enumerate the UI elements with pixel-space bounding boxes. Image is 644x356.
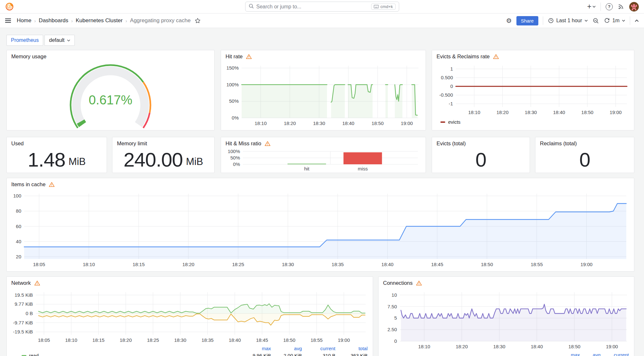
legend-headers: max avg current total <box>10 346 368 351</box>
panel-title[interactable]: Memory usage <box>11 53 46 60</box>
warning-icon[interactable] <box>264 141 271 146</box>
svg-text:18:30: 18:30 <box>493 344 505 349</box>
search-placeholder: Search or jump to... <box>256 4 369 10</box>
svg-text:18:10: 18:10 <box>468 110 480 115</box>
dashboard-settings-button[interactable]: ⚙ <box>506 17 512 24</box>
svg-text:18:50: 18:50 <box>581 110 593 115</box>
search-input[interactable]: Search or jump to... cmd+k <box>245 2 399 12</box>
favorite-button[interactable] <box>195 18 201 24</box>
items-in-cache-chart[interactable]: 18:0518:1018:1518:2018:2518:3018:3518:40… <box>10 190 631 269</box>
panel-evicts-reclaims-rate: Evicts & Reclaims rate 18:1018:2018:3018… <box>432 50 634 130</box>
user-avatar[interactable] <box>629 2 639 12</box>
svg-text:60: 60 <box>16 224 21 229</box>
svg-text:18:30: 18:30 <box>313 120 325 126</box>
kiosk-mode-button[interactable] <box>635 19 639 22</box>
panel-hit-rate: Hit rate 18:1018:2018:3018:4018:5019:000… <box>221 50 426 130</box>
share-button[interactable]: Share <box>516 16 538 25</box>
panel-title[interactable]: Hit rate <box>226 53 243 60</box>
svg-text:-1: -1 <box>449 101 453 106</box>
legend-header-current[interactable]: current <box>302 346 335 351</box>
svg-text:18:50: 18:50 <box>481 262 493 267</box>
panel-title[interactable]: Hit & Miss ratio <box>226 140 261 147</box>
warning-icon[interactable] <box>246 54 252 59</box>
warning-icon[interactable] <box>34 280 40 286</box>
svg-text:5: 5 <box>394 315 397 321</box>
svg-text:7.50: 7.50 <box>388 304 397 309</box>
svg-text:-0.500: -0.500 <box>439 92 453 98</box>
svg-text:0: 0 <box>394 338 397 344</box>
legend-label: evicts <box>448 119 460 125</box>
network-chart[interactable]: 18:0518:1018:1518:2018:2518:3018:3518:40… <box>10 289 370 344</box>
panel-used: Used 1.48 MiB <box>6 137 107 173</box>
news-button[interactable] <box>618 3 624 10</box>
svg-text:18:30: 18:30 <box>174 337 187 343</box>
breadcrumb-separator: › <box>126 18 127 24</box>
warning-icon[interactable] <box>49 182 55 187</box>
hit-miss-chart[interactable]: 100%50%0%hitmiss <box>224 148 423 172</box>
refresh-picker[interactable]: 1m <box>604 17 625 24</box>
connections-chart[interactable]: 18:1018:2018:3018:4018:5019:0002.5057.50… <box>382 289 631 351</box>
panel-title[interactable]: Evicts & Reclaims rate <box>437 53 490 60</box>
panel-connections: Connections 18:1018:2018:3018:4018:5019:… <box>378 276 634 356</box>
chevron-down-icon <box>67 39 70 42</box>
svg-text:18:10: 18:10 <box>418 344 430 349</box>
panel-title[interactable]: Used <box>11 140 24 147</box>
svg-text:18:05: 18:05 <box>38 337 50 343</box>
panel-title[interactable]: Reclaims (total) <box>540 140 577 147</box>
breadcrumb-home[interactable]: Home <box>17 17 31 24</box>
panel-title[interactable]: Connections <box>383 280 413 286</box>
svg-text:100%: 100% <box>226 82 239 87</box>
datasource-value-dropdown[interactable]: default <box>44 35 75 46</box>
hamburger-icon <box>5 18 11 23</box>
panel-evicts-total: Evicts (total) 0 <box>432 137 530 173</box>
stat-value: 0 <box>535 148 634 171</box>
time-range-picker[interactable]: Last 1 hour <box>548 17 588 24</box>
help-button[interactable]: ? <box>606 3 613 10</box>
zoom-out-time-button[interactable] <box>592 17 599 24</box>
svg-text:18:20: 18:20 <box>456 344 468 349</box>
svg-text:18:40: 18:40 <box>553 110 565 115</box>
svg-text:10: 10 <box>391 292 397 298</box>
legend-value-avg: 2.00 KiB <box>271 353 302 356</box>
legend-header-max[interactable]: max <box>240 346 271 351</box>
warning-icon[interactable] <box>416 280 422 286</box>
search-icon <box>249 4 254 10</box>
hit-rate-chart[interactable]: 18:1018:2018:3018:4018:5019:000%50%100%1… <box>224 63 423 128</box>
chevron-up-icon <box>635 19 639 22</box>
panel-title[interactable]: Network <box>11 280 31 286</box>
svg-text:40: 40 <box>16 239 21 244</box>
svg-text:18:10: 18:10 <box>65 337 77 343</box>
breadcrumb-dashboards[interactable]: Dashboards <box>39 17 68 24</box>
legend-header-avg[interactable]: avg <box>580 352 601 356</box>
svg-text:1: 1 <box>450 66 453 72</box>
legend-header-current[interactable]: current <box>601 352 629 356</box>
breadcrumb-current: Aggregating proxy cache <box>130 17 191 24</box>
warning-icon[interactable] <box>493 54 499 59</box>
svg-text:18:20: 18:20 <box>120 337 132 343</box>
panel-items-in-cache: Items in cache 18:0518:1018:1518:2018:25… <box>6 178 634 272</box>
legend-headers: max avg current <box>382 352 629 356</box>
legend-header-avg[interactable]: avg <box>271 346 302 351</box>
svg-text:0: 0 <box>450 83 453 89</box>
panel-title[interactable]: Memory limit <box>117 140 147 147</box>
new-button[interactable]: + <box>587 3 596 10</box>
legend-row-read[interactable]: read 9.96 KiB 2.00 KiB 310 B 363 KiB <box>10 353 368 356</box>
svg-text:18:40: 18:40 <box>342 120 354 126</box>
svg-text:-19.5 KiB: -19.5 KiB <box>13 329 33 334</box>
menu-toggle-button[interactable] <box>5 18 11 23</box>
svg-text:18:25: 18:25 <box>147 337 159 343</box>
panel-title[interactable]: Evicts (total) <box>437 140 466 147</box>
legend-header-total[interactable]: total <box>335 346 368 351</box>
legend-item-evicts[interactable]: evicts <box>440 119 460 125</box>
svg-text:0 B: 0 B <box>25 311 33 316</box>
svg-text:18:30: 18:30 <box>282 262 294 267</box>
grafana-logo[interactable] <box>5 2 14 11</box>
legend-header-max[interactable]: max <box>559 352 580 356</box>
panel-title[interactable]: Items in cache <box>11 181 45 188</box>
breadcrumb-folder[interactable]: Kubernetes Cluster <box>76 17 123 24</box>
svg-text:18:55: 18:55 <box>531 262 543 267</box>
evicts-rate-chart[interactable]: 18:1018:2018:3018:4018:5019:0010.5000-0.… <box>435 63 631 117</box>
datasource-label-link[interactable]: Prometheus <box>6 35 43 46</box>
keyboard-icon <box>374 5 379 8</box>
svg-text:18:10: 18:10 <box>83 262 95 267</box>
